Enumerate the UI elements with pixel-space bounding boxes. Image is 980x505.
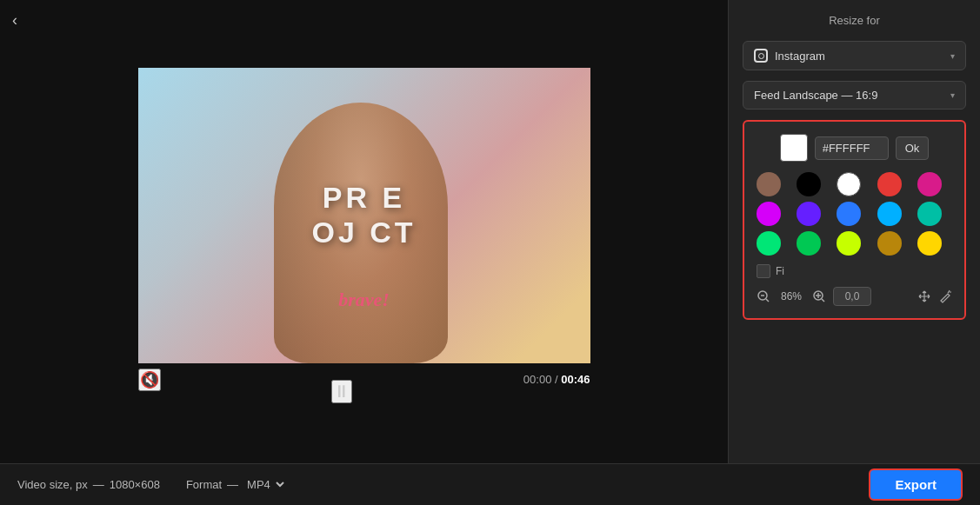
time-display: 00:00 / 00:46 [523, 373, 590, 386]
zoom-percentage: 86% [777, 290, 805, 302]
swatch-brown[interactable] [757, 172, 781, 196]
format-info: Format — MP4 MOV GIF [186, 477, 287, 492]
back-button[interactable]: ‹ [12, 12, 17, 28]
platform-dropdown[interactable]: Instagram ▾ [743, 41, 966, 70]
sep1: — [93, 478, 104, 491]
video-subtext: brave! [338, 289, 390, 311]
move-icon [917, 289, 931, 303]
export-button[interactable]: Export [869, 468, 963, 501]
instagram-icon [754, 49, 768, 63]
position-input[interactable] [833, 287, 871, 306]
pause-button[interactable]: ⏸ [331, 380, 352, 403]
ok-button[interactable]: Ok [896, 136, 930, 160]
platform-label: Instagram [775, 50, 825, 63]
fill-label: Fi [776, 265, 784, 277]
color-swatches-grid [757, 172, 952, 256]
video-container: PR E OJ CT brave! [138, 68, 590, 363]
swatch-dark-gold[interactable] [877, 231, 902, 256]
color-picker-panel: Ok [743, 120, 966, 320]
format-select[interactable]: MP4 MOV GIF [243, 477, 287, 492]
svg-line-2 [766, 299, 769, 302]
swatch-white[interactable] [837, 172, 861, 196]
right-panel: Resize for Instagram ▾ Feed Landscape — … [728, 0, 980, 463]
mute-button[interactable]: 🔇 [138, 369, 161, 391]
swatch-magenta[interactable] [757, 202, 781, 226]
swatch-dark-green[interactable] [797, 231, 821, 256]
zoom-in-button[interactable] [812, 289, 826, 303]
fill-checkbox[interactable] [757, 264, 770, 278]
video-size-info: Video size, px — 1080×608 [17, 478, 160, 491]
zoom-out-icon [757, 289, 770, 303]
video-panel: ‹ PR E OJ CT brave! 🔇 ⏸ 00:00 / 00:46 [0, 0, 728, 463]
video-controls-row: 🔇 ⏸ 00:00 / 00:46 [138, 363, 590, 396]
magic-icon [938, 289, 952, 303]
video-size-value: 1080×608 [110, 478, 160, 491]
magic-button[interactable] [938, 289, 952, 303]
format-label: Feed Landscape — 16:9 [754, 89, 877, 102]
sep2: — [227, 478, 238, 491]
active-color-swatch [780, 134, 808, 162]
swatch-teal[interactable] [917, 202, 942, 226]
chevron-down-icon: ▾ [950, 51, 955, 61]
swatch-blue[interactable] [837, 202, 861, 226]
video-text-overlay: PR E OJ CT [311, 180, 416, 251]
swatch-pink[interactable] [917, 172, 942, 196]
move-button[interactable] [917, 289, 931, 303]
video-size-label: Video size, px [17, 478, 88, 491]
swatch-yellow[interactable] [917, 231, 942, 256]
swatch-green[interactable] [757, 231, 781, 256]
zoom-controls: 86% [757, 287, 952, 306]
swatch-light-blue[interactable] [877, 202, 902, 226]
format-label: Format [186, 478, 222, 491]
chevron-down-icon-2: ▾ [950, 90, 955, 100]
color-preview-row: Ok [757, 134, 952, 162]
resize-label: Resize for [743, 14, 966, 27]
bottom-bar: Video size, px — 1080×608 Format — MP4 M… [0, 463, 980, 505]
format-dropdown[interactable]: Feed Landscape — 16:9 ▾ [743, 81, 966, 110]
zoom-out-button[interactable] [757, 289, 770, 303]
fill-row: Fi [757, 264, 952, 278]
hex-input[interactable] [815, 136, 889, 160]
swatch-red[interactable] [877, 172, 902, 196]
svg-line-6 [822, 299, 824, 302]
swatch-black[interactable] [797, 172, 821, 196]
zoom-in-icon [812, 289, 826, 303]
swatch-purple[interactable] [797, 202, 821, 226]
swatch-lime[interactable] [837, 231, 861, 256]
